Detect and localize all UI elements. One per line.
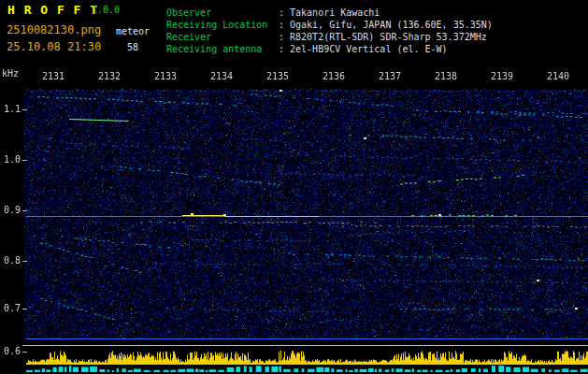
x-tick-label: 2140 (544, 71, 572, 81)
y-tick-label: 0.9 (4, 205, 26, 215)
info-label: Receiving antenna (166, 43, 279, 55)
info-row-receiver: Receiver: R820T2(RTL-SDR) SDR-Sharp 53.3… (166, 31, 493, 43)
info-value: : Ogaki, Gifu, JAPAN (136.60E, 35.35N) (279, 20, 493, 30)
x-tick-label: 2133 (151, 71, 179, 81)
info-label: Receiving Location (166, 19, 279, 31)
y-tick-label: 1.0 (4, 154, 26, 165)
info-row-antenna: Receiving antenna: 2el-HB9CV Vertical (e… (166, 43, 493, 55)
y-axis-unit: kHz (2, 68, 24, 79)
y-tick-label: 0.6 (4, 346, 26, 356)
info-value: : Takanori Kawachi (279, 7, 380, 18)
info-value: : R820T2(RTL-SDR) SDR-Sharp 53.372MHz (279, 32, 487, 42)
x-tick-label: 2136 (320, 71, 348, 81)
info-row-location: Receiving Location: Ogaki, Gifu, JAPAN (… (166, 19, 493, 31)
header: H R O F F T 1.0.0 2510082130.png meteor … (0, 0, 588, 67)
echo-count: 58 (127, 42, 138, 52)
station-info: Observer: Takanori Kawachi Receiving Loc… (166, 7, 493, 55)
info-label: Observer (166, 7, 279, 19)
x-tick-label: 2138 (432, 71, 460, 81)
info-label: Receiver (166, 31, 279, 43)
y-tick-label: 0.7 (4, 303, 26, 313)
x-tick-label: 2135 (264, 71, 292, 81)
x-tick-label: 2132 (95, 71, 123, 81)
app-version: 1.0.0 (92, 5, 120, 15)
x-tick-label: 2139 (488, 71, 516, 81)
observation-datetime: 25.10.08 21:30 (7, 40, 101, 53)
x-tick-label: 2131 (39, 71, 67, 81)
x-tick-label: 2137 (376, 71, 404, 81)
info-value: : 2el-HB9CV Vertical (el. E-W) (279, 44, 448, 54)
hrofft-window: H R O F F T 1.0.0 2510082130.png meteor … (0, 0, 588, 374)
mode-label: meteor (116, 26, 150, 36)
info-row-observer: Observer: Takanori Kawachi (166, 7, 493, 19)
x-tick-label: 2134 (208, 71, 236, 81)
app-title: H R O F F T (7, 3, 98, 17)
spectrogram-canvas (0, 67, 588, 374)
output-filename: 2510082130.png (7, 23, 101, 36)
y-tick-label: 0.8 (4, 255, 26, 266)
y-tick-label: 1.1 (4, 104, 26, 114)
